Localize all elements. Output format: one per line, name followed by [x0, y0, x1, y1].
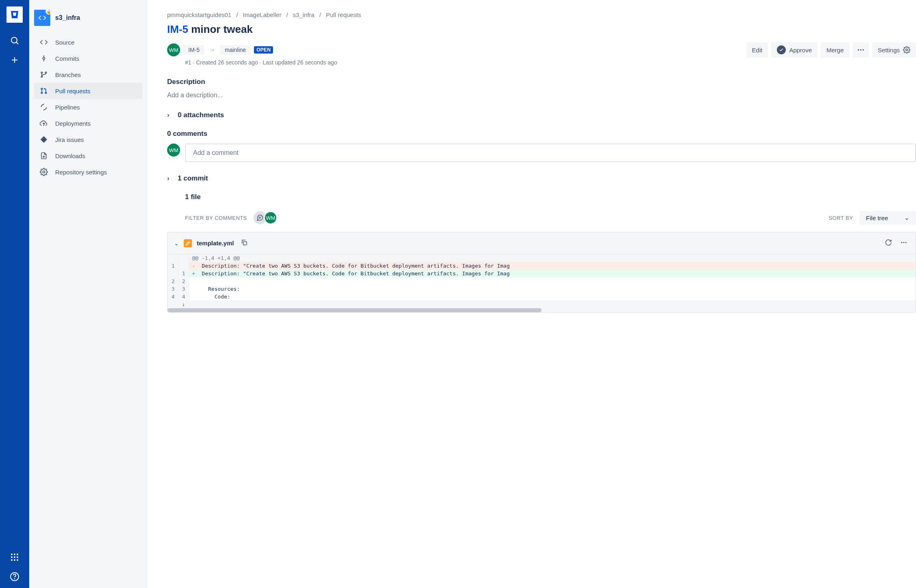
diff-line[interactable]: 22	[168, 277, 916, 285]
svg-point-15	[43, 58, 45, 60]
repo-name: s3_infra	[55, 14, 80, 21]
help-icon[interactable]	[6, 569, 23, 585]
sidebar-header: 🔒 s3_infra	[34, 10, 142, 34]
svg-point-36	[903, 242, 905, 243]
diff-line[interactable]: 44 Code:	[168, 293, 916, 300]
refresh-icon[interactable]	[883, 237, 894, 249]
sidebar-item-label: Repository settings	[55, 169, 107, 176]
svg-point-11	[14, 559, 15, 561]
svg-point-19	[41, 76, 42, 77]
filter-label: FILTER BY COMMENTS	[185, 215, 247, 221]
sidebar-item-jira[interactable]: Jira issues	[34, 131, 142, 148]
svg-point-14	[15, 579, 15, 579]
attachments-toggle[interactable]: › 0 attachments	[167, 111, 916, 119]
gear-icon	[39, 168, 49, 176]
file-more-icon[interactable]	[899, 237, 909, 249]
sidebar-item-pull-requests[interactable]: Pull requests	[34, 83, 142, 99]
comment-input[interactable]: Add a comment	[185, 144, 916, 162]
chevron-down-icon: ⌄	[904, 214, 910, 221]
sort-select[interactable]: File tree ⌄	[860, 211, 916, 225]
sidebar-item-settings[interactable]: Repository settings	[34, 164, 142, 180]
breadcrumb-workspace[interactable]: pmmquickstartguides01	[167, 11, 231, 18]
more-actions-icon[interactable]	[853, 42, 869, 58]
pr-id-link[interactable]: IM-5	[167, 23, 188, 35]
svg-point-35	[901, 242, 902, 243]
target-branch[interactable]: mainline	[220, 45, 251, 55]
sidebar-item-downloads[interactable]: Downloads	[34, 148, 142, 164]
svg-point-0	[11, 37, 17, 43]
description-input[interactable]: Add a description...	[167, 92, 916, 99]
sidebar-item-deployments[interactable]: Deployments	[34, 115, 142, 131]
sidebar-item-source[interactable]: Source	[34, 34, 142, 50]
sort-value: File tree	[866, 215, 888, 221]
svg-point-21	[41, 92, 42, 93]
sidebar-item-label: Jira issues	[55, 136, 84, 143]
svg-point-31	[906, 49, 908, 51]
settings-button[interactable]: Settings	[872, 42, 916, 58]
collapse-file-icon[interactable]: ⌄	[174, 240, 179, 247]
commits-toggle[interactable]: › 1 commit	[167, 174, 916, 182]
diff-line[interactable]: 33 Resources:	[168, 285, 916, 293]
svg-point-4	[11, 554, 13, 555]
edit-button[interactable]: Edit	[746, 42, 768, 58]
sidebar-item-label: Source	[55, 39, 75, 46]
breadcrumb-repo[interactable]: s3_infra	[293, 11, 314, 18]
svg-point-18	[41, 72, 42, 73]
main-content: pmmquickstartguides01/ ImageLabeller/ s3…	[148, 0, 916, 588]
svg-point-23	[45, 92, 46, 93]
source-branch[interactable]: IM-5	[183, 45, 204, 55]
horizontal-scrollbar[interactable]	[168, 308, 916, 312]
file-count: 1 file	[185, 193, 916, 201]
create-icon[interactable]	[6, 52, 23, 68]
branch-icon	[39, 71, 49, 79]
description-heading: Description	[167, 78, 916, 86]
copy-path-icon[interactable]	[239, 237, 249, 249]
arrow-right-icon: →	[208, 47, 217, 53]
code-icon	[39, 38, 49, 46]
jira-icon	[39, 135, 49, 144]
breadcrumb-section[interactable]: Pull requests	[326, 11, 361, 18]
sidebar-item-pipelines[interactable]: Pipelines	[34, 99, 142, 115]
sidebar-item-label: Pipelines	[55, 104, 80, 111]
diff-line[interactable]: 1-Description: "Create two AWS S3 bucket…	[168, 262, 916, 270]
commit-icon	[39, 54, 49, 62]
svg-point-37	[905, 242, 907, 243]
reviewer-avatar[interactable]: WM	[264, 211, 277, 224]
svg-line-1	[16, 42, 18, 44]
modified-badge-icon	[184, 239, 192, 247]
merge-button[interactable]: Merge	[821, 42, 849, 58]
gear-icon	[903, 46, 910, 54]
svg-point-30	[862, 49, 864, 50]
pipelines-icon	[39, 103, 49, 111]
approve-button[interactable]: Approve	[771, 42, 817, 58]
diff-line[interactable]: 1+Description: "Create two AWS S3 bucket…	[168, 270, 916, 277]
sidebar-item-commits[interactable]: Commits	[34, 50, 142, 67]
svg-point-22	[41, 88, 42, 89]
svg-point-7	[11, 556, 13, 558]
bitbucket-logo[interactable]	[6, 6, 23, 23]
sidebar-item-branches[interactable]: Branches	[34, 67, 142, 83]
diff-hunk-header: @@ -1,4 +1,4 @@	[189, 254, 916, 262]
comments-heading: 0 comments	[167, 130, 916, 138]
diff-header: ⌄ template.yml	[168, 232, 916, 254]
cloud-upload-icon	[39, 119, 49, 127]
breadcrumb-project[interactable]: ImageLabeller	[243, 11, 282, 18]
apps-icon[interactable]	[6, 549, 23, 565]
diff-filename[interactable]: template.yml	[197, 240, 234, 247]
search-icon[interactable]	[6, 32, 23, 49]
chevron-right-icon: ›	[167, 174, 174, 182]
pull-request-icon	[39, 87, 49, 95]
pr-title: IM-5 minor tweak	[167, 23, 916, 36]
check-circle-icon	[777, 45, 786, 54]
chevron-right-icon: ›	[167, 111, 174, 119]
sidebar-item-label: Commits	[55, 55, 79, 62]
repo-icon: 🔒	[34, 10, 50, 26]
svg-rect-34	[243, 242, 246, 245]
diff-table: @@ -1,4 +1,4 @@ 1-Description: "Create t…	[168, 254, 916, 308]
expand-diff-icon[interactable]: ↓	[168, 300, 189, 308]
approve-label: Approve	[789, 47, 812, 54]
svg-point-29	[860, 49, 861, 50]
svg-point-10	[11, 559, 13, 561]
author-avatar[interactable]: WM	[167, 43, 180, 56]
lock-icon: 🔒	[45, 8, 52, 15]
